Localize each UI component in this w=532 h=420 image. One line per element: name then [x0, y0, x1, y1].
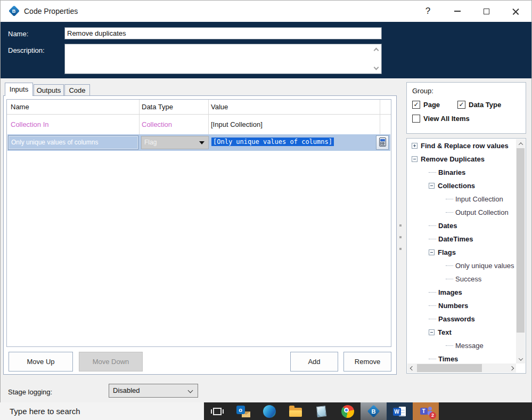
collapse-icon[interactable] — [412, 156, 418, 162]
tab-outputs[interactable]: Outputs — [34, 84, 64, 96]
maximize-button[interactable] — [472, 1, 501, 22]
blueprism-icon[interactable]: B — [361, 402, 387, 420]
tree-item[interactable]: Output Collection — [407, 206, 516, 219]
file-explorer-icon-part — [289, 408, 302, 417]
tree-connector — [429, 305, 436, 306]
tree-item[interactable]: Success — [407, 272, 516, 286]
taskbar-search-box[interactable]: Type here to search — [0, 402, 204, 420]
name-input[interactable] — [64, 27, 382, 39]
help-button[interactable]: ? — [413, 1, 443, 22]
tree-connector — [446, 265, 453, 266]
checkbox-data-type[interactable]: ✓Data Type — [457, 101, 516, 109]
chrome-icon[interactable] — [334, 402, 361, 420]
datatype-dropdown[interactable]: Flag — [141, 136, 209, 149]
tree-item[interactable]: Numbers — [407, 299, 516, 312]
tree-connector — [446, 212, 453, 213]
tree-item[interactable]: Only unique values — [407, 259, 516, 272]
tree-item[interactable]: Message — [407, 339, 516, 352]
task-view-icon-part — [213, 408, 222, 415]
tree-vertical-scrollbar[interactable] — [516, 139, 525, 364]
table-row-selected[interactable]: Only unique values of columns Flag [Only… — [7, 134, 390, 151]
move-up-button[interactable]: Move Up — [9, 352, 73, 371]
tree-item[interactable]: Flags — [407, 246, 516, 259]
stage-logging-label: Stage logging: — [8, 388, 52, 396]
remove-button[interactable]: Remove — [343, 352, 391, 371]
file-explorer-icon-part — [289, 410, 302, 417]
add-button[interactable]: Add — [290, 352, 338, 371]
tree-item[interactable]: Input Collection — [407, 192, 516, 206]
param-name-input[interactable]: Only unique values of columns — [9, 136, 138, 149]
scroll-down-icon[interactable] — [374, 65, 379, 70]
close-button[interactable] — [501, 1, 530, 22]
move-down-button: Move Down — [79, 352, 143, 371]
tree-horizontal-scrollbar[interactable] — [407, 364, 516, 373]
tree-item[interactable]: DateTimes — [407, 232, 516, 246]
tree-item-label: Images — [438, 288, 462, 296]
tab-inputs[interactable]: Inputs — [5, 83, 33, 96]
group-panel: Group: ✓Page✓Data TypeView All Items — [406, 82, 526, 134]
chrome-icon-part — [341, 405, 354, 418]
notepad-icon[interactable] — [308, 402, 334, 420]
word-icon[interactable]: W — [387, 402, 413, 420]
vertical-scrollbar-thumb[interactable] — [517, 148, 525, 333]
unchecked-checkbox-icon — [412, 115, 420, 123]
tree-item[interactable]: Find & Replace row values — [407, 139, 516, 152]
minimize-icon — [454, 11, 461, 12]
tab-code[interactable]: Code — [64, 84, 90, 96]
blueprism-app-icon-letter: B — [12, 9, 16, 14]
horizontal-scrollbar-thumb[interactable] — [417, 364, 482, 372]
task-view-icon[interactable] — [204, 402, 230, 420]
scroll-down-arrow-icon[interactable] — [516, 354, 525, 364]
stage-logging-dropdown[interactable]: Disabled — [109, 384, 198, 398]
tree-item-label: Passwords — [438, 315, 475, 323]
code-properties-window: B Code Properties ? Name: Description: I… — [0, 0, 532, 402]
tree-item-label: Find & Replace row values — [421, 142, 509, 150]
file-explorer-icon[interactable] — [282, 402, 308, 420]
param-name: Collection In — [11, 117, 49, 133]
table-row[interactable]: Collection In Collection [Input Collecti… — [7, 117, 391, 133]
tree-item-label: Text — [438, 328, 452, 336]
window-controls: ? — [413, 1, 530, 22]
checkbox-view-all-items[interactable]: View All Items — [412, 115, 523, 123]
param-value: [Input Collection] — [211, 117, 263, 133]
outlook-icon[interactable]: o — [230, 402, 256, 420]
tree-item[interactable]: Images — [407, 286, 516, 299]
column-header-value: Value — [211, 100, 228, 115]
param-value-expression[interactable]: [Only unique values of columns] — [211, 138, 334, 146]
close-icon — [512, 7, 520, 15]
tree-item[interactable]: Text — [407, 326, 516, 339]
word-icon-part: W — [393, 405, 407, 418]
checked-checkbox-icon: ✓ — [412, 101, 420, 109]
tree-item-label: Times — [438, 355, 458, 363]
scroll-up-arrow-icon[interactable] — [516, 139, 525, 148]
tree-connector — [429, 172, 436, 173]
expression-builder-button[interactable] — [376, 135, 389, 150]
scroll-right-arrow-icon[interactable] — [507, 364, 516, 373]
collapse-icon[interactable] — [429, 249, 435, 255]
tree-item[interactable]: Times — [407, 352, 516, 364]
tree-item[interactable]: Binaries — [407, 166, 516, 179]
teams-icon[interactable]: T2 — [413, 402, 439, 420]
tree-item-label: Collections — [438, 182, 475, 190]
tree-connector — [429, 319, 436, 319]
notepad-icon-part — [316, 406, 326, 417]
expand-icon[interactable] — [412, 143, 418, 149]
description-label: Description: — [8, 46, 45, 54]
tree-item[interactable]: Passwords — [407, 312, 516, 326]
tree-connector — [429, 239, 436, 239]
splitter-grip[interactable] — [399, 224, 402, 227]
collapse-icon[interactable] — [429, 183, 435, 189]
tree-item[interactable]: Remove Duplicates — [407, 152, 516, 166]
scroll-left-arrow-icon[interactable] — [407, 364, 416, 373]
minimize-button[interactable] — [443, 1, 472, 22]
tree-item-label: Dates — [438, 222, 457, 230]
description-input[interactable] — [64, 44, 382, 74]
checkbox-page[interactable]: ✓Page — [412, 101, 457, 109]
tree-connector — [446, 279, 453, 279]
tree-item[interactable]: Dates — [407, 219, 516, 232]
column-header-datatype: Data Type — [142, 100, 173, 115]
edge-icon[interactable] — [256, 402, 282, 420]
scroll-up-icon[interactable] — [374, 48, 379, 53]
tree-item[interactable]: Collections — [407, 179, 516, 192]
collapse-icon[interactable] — [429, 329, 435, 335]
